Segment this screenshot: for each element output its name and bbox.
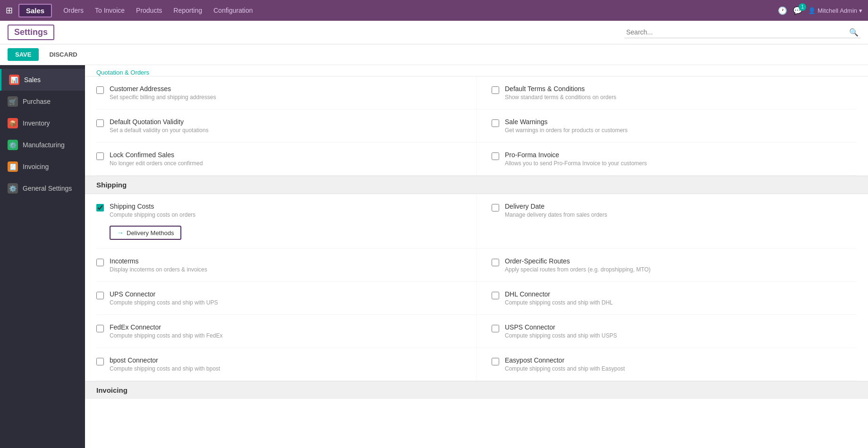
customer-addresses-name: Customer Addresses bbox=[110, 85, 461, 93]
sales-icon: 📊 bbox=[9, 75, 19, 85]
customer-addresses-checkbox[interactable] bbox=[96, 86, 104, 94]
sidebar-item-manufacturing[interactable]: ⚙️ Manufacturing bbox=[0, 134, 85, 156]
shipping-costs-desc: Compute shipping costs on orders bbox=[110, 211, 461, 218]
setting-ups-connector: UPS Connector Compute shipping costs and… bbox=[96, 282, 477, 315]
manufacturing-icon: ⚙️ bbox=[8, 140, 18, 150]
setting-pro-forma-invoice: Pro-Forma Invoice Allows you to send Pro… bbox=[477, 143, 857, 176]
user-dropdown-icon: ▾ bbox=[859, 7, 862, 14]
invoicing-section-header: Invoicing bbox=[85, 381, 868, 399]
nav-configuration[interactable]: Configuration bbox=[213, 5, 253, 16]
chat-count: 1 bbox=[799, 3, 806, 11]
fedex-connector-text: FedEx Connector Compute shipping costs a… bbox=[110, 323, 461, 339]
nav-products[interactable]: Products bbox=[136, 5, 162, 16]
sidebar-label-invoicing: Invoicing bbox=[23, 163, 49, 170]
sidebar-item-invoicing[interactable]: 🧾 Invoicing bbox=[0, 156, 85, 178]
setting-incoterms: Incoterms Display incoterms on orders & … bbox=[96, 249, 477, 282]
discard-button[interactable]: DISCARD bbox=[43, 48, 83, 61]
arrow-icon: → bbox=[117, 229, 124, 237]
grid-icon[interactable]: ⊞ bbox=[6, 5, 13, 16]
ups-connector-checkbox[interactable] bbox=[96, 292, 104, 299]
customer-addresses-text: Customer Addresses Set specific billing … bbox=[110, 85, 461, 101]
setting-usps-connector: USPS Connector Compute shipping costs an… bbox=[477, 315, 857, 348]
default-terms-name: Default Terms & Conditions bbox=[505, 85, 849, 93]
delivery-methods-button[interactable]: → Delivery Methods bbox=[110, 226, 181, 240]
dhl-connector-desc: Compute shipping costs and ship with DHL bbox=[505, 299, 849, 306]
dhl-connector-checkbox[interactable] bbox=[492, 292, 499, 299]
fedex-connector-name: FedEx Connector bbox=[110, 323, 461, 331]
default-quotation-validity-checkbox[interactable] bbox=[96, 119, 104, 127]
easypost-connector-text: Easypost Connector Compute shipping cost… bbox=[505, 356, 849, 372]
sidebar-label-general: General Settings bbox=[23, 185, 72, 192]
order-specific-routes-name: Order-Specific Routes bbox=[505, 257, 849, 265]
incoterms-name: Incoterms bbox=[110, 257, 461, 265]
delivery-date-checkbox[interactable] bbox=[492, 204, 499, 211]
ups-connector-desc: Compute shipping costs and ship with UPS bbox=[110, 299, 461, 306]
ups-connector-name: UPS Connector bbox=[110, 290, 461, 298]
sidebar-label-sales: Sales bbox=[24, 76, 41, 84]
sale-warnings-checkbox[interactable] bbox=[492, 119, 499, 127]
fedex-connector-checkbox[interactable] bbox=[96, 325, 104, 332]
chat-badge-container[interactable]: 💬 1 bbox=[793, 6, 802, 15]
invoicing-icon: 🧾 bbox=[8, 161, 18, 172]
topbar: ⊞ Sales Orders To Invoice Products Repor… bbox=[0, 0, 868, 21]
quotations-orders-link[interactable]: Quotation & Orders bbox=[96, 69, 149, 76]
delivery-date-name: Delivery Date bbox=[505, 203, 849, 210]
dhl-connector-name: DHL Connector bbox=[505, 290, 849, 298]
toolbar: SAVE DISCARD bbox=[0, 44, 868, 65]
sale-warnings-text: Sale Warnings Get warnings in orders for… bbox=[505, 118, 849, 134]
bpost-connector-checkbox[interactable] bbox=[96, 358, 104, 365]
shipping-section-title: Shipping bbox=[96, 181, 127, 189]
setting-sale-warnings: Sale Warnings Get warnings in orders for… bbox=[477, 110, 857, 143]
save-button[interactable]: SAVE bbox=[8, 48, 39, 61]
usps-connector-checkbox[interactable] bbox=[492, 325, 499, 332]
purchase-icon: 🛒 bbox=[8, 96, 18, 107]
bpost-connector-name: bpost Connector bbox=[110, 356, 461, 364]
setting-fedex-connector: FedEx Connector Compute shipping costs a… bbox=[96, 315, 477, 348]
pro-forma-invoice-desc: Allows you to send Pro-Forma Invoice to … bbox=[505, 160, 849, 167]
setting-easypost-connector: Easypost Connector Compute shipping cost… bbox=[477, 348, 857, 381]
setting-delivery-date: Delivery Date Manage delivery dates from… bbox=[477, 194, 857, 249]
sidebar-item-general-settings[interactable]: ⚙️ General Settings bbox=[0, 178, 85, 199]
clock-icon[interactable]: 🕐 bbox=[778, 6, 787, 15]
nav-orders[interactable]: Orders bbox=[63, 5, 84, 16]
ups-connector-text: UPS Connector Compute shipping costs and… bbox=[110, 290, 461, 306]
shipping-costs-name: Shipping Costs bbox=[110, 203, 461, 210]
easypost-connector-name: Easypost Connector bbox=[505, 356, 849, 364]
sidebar-item-inventory[interactable]: 📦 Inventory bbox=[0, 112, 85, 134]
delivery-methods-label: Delivery Methods bbox=[127, 229, 174, 237]
usps-connector-text: USPS Connector Compute shipping costs an… bbox=[505, 323, 849, 339]
user-name: Mitchell Admin bbox=[817, 7, 857, 14]
nav-reporting[interactable]: Reporting bbox=[173, 5, 202, 16]
pro-forma-invoice-checkbox[interactable] bbox=[492, 152, 499, 160]
incoterms-checkbox[interactable] bbox=[96, 259, 104, 266]
easypost-connector-checkbox[interactable] bbox=[492, 358, 499, 365]
incoterms-text: Incoterms Display incoterms on orders & … bbox=[110, 257, 461, 273]
sidebar-item-sales[interactable]: 📊 Sales bbox=[0, 69, 85, 91]
partial-top-row: Quotation & Orders bbox=[85, 65, 868, 76]
lock-confirmed-sales-checkbox[interactable] bbox=[96, 152, 104, 160]
default-terms-checkbox[interactable] bbox=[492, 86, 499, 94]
app-title[interactable]: Sales bbox=[18, 4, 52, 17]
usps-connector-name: USPS Connector bbox=[505, 323, 849, 331]
inventory-icon: 📦 bbox=[8, 118, 18, 128]
dhl-connector-text: DHL Connector Compute shipping costs and… bbox=[505, 290, 849, 306]
setting-customer-addresses: Customer Addresses Set specific billing … bbox=[96, 76, 477, 110]
sidebar: 📊 Sales 🛒 Purchase 📦 Inventory ⚙️ Manufa… bbox=[0, 65, 85, 448]
search-icon[interactable]: 🔍 bbox=[849, 28, 859, 37]
sidebar-item-purchase[interactable]: 🛒 Purchase bbox=[0, 91, 85, 112]
nav-to-invoice[interactable]: To Invoice bbox=[95, 5, 125, 16]
shipping-section-header: Shipping bbox=[85, 176, 868, 194]
shipping-costs-checkbox[interactable] bbox=[96, 204, 104, 211]
sale-warnings-name: Sale Warnings bbox=[505, 118, 849, 126]
delivery-date-text: Delivery Date Manage delivery dates from… bbox=[505, 203, 849, 218]
setting-dhl-connector: DHL Connector Compute shipping costs and… bbox=[477, 282, 857, 315]
quotation-settings-grid: Customer Addresses Set specific billing … bbox=[85, 76, 868, 176]
user-avatar-icon: 👤 bbox=[808, 7, 816, 14]
setting-default-quotation-validity: Default Quotation Validity Set a default… bbox=[96, 110, 477, 143]
search-input[interactable] bbox=[626, 28, 849, 36]
setting-order-specific-routes: Order-Specific Routes Apply special rout… bbox=[477, 249, 857, 282]
order-specific-routes-checkbox[interactable] bbox=[492, 259, 499, 266]
order-specific-routes-text: Order-Specific Routes Apply special rout… bbox=[505, 257, 849, 273]
default-quotation-validity-text: Default Quotation Validity Set a default… bbox=[110, 118, 461, 134]
user-menu[interactable]: 👤 Mitchell Admin ▾ bbox=[808, 7, 862, 14]
